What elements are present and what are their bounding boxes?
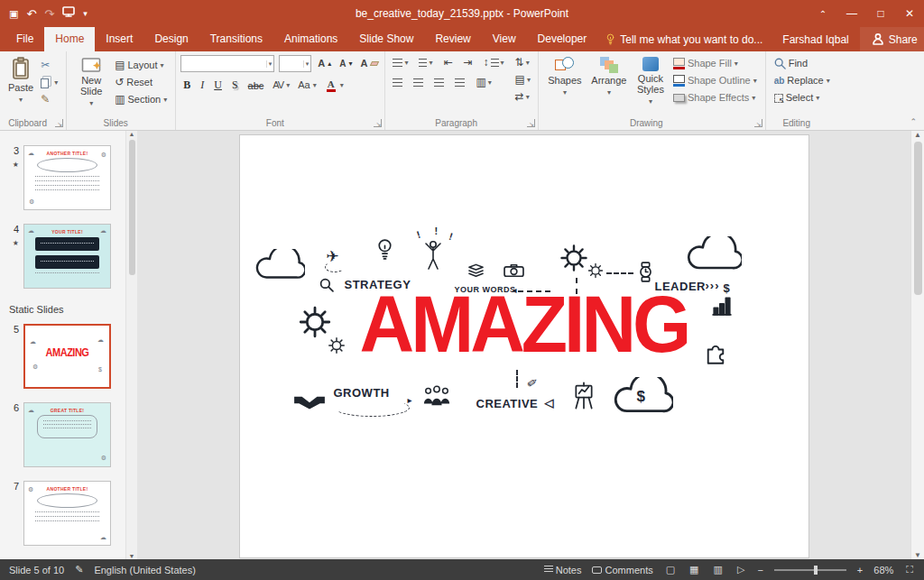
customize-qat-icon[interactable]: ▾: [83, 9, 88, 18]
tab-review[interactable]: Review: [424, 27, 481, 51]
align-right-button[interactable]: [431, 78, 447, 87]
zoom-level[interactable]: 68%: [873, 565, 893, 575]
slide-5-thumbnail[interactable]: AMAZING ☁ ☁ ⚙ $: [23, 324, 111, 389]
scroll-down-icon[interactable]: ▼: [129, 553, 135, 559]
section-header[interactable]: Static Slides: [0, 302, 125, 324]
strikethrough-button[interactable]: abc: [245, 79, 267, 92]
change-case-button[interactable]: Aa▾: [296, 78, 318, 92]
clear-formatting-button[interactable]: A: [358, 57, 380, 70]
decrease-font-size-button[interactable]: A▾: [337, 57, 354, 70]
zoom-slider-thumb[interactable]: [814, 566, 818, 575]
align-text-button[interactable]: ▤▾: [513, 72, 533, 87]
notes-toggle[interactable]: Notes: [544, 565, 582, 575]
tab-animations[interactable]: Animations: [273, 27, 348, 51]
layout-button[interactable]: ▤Layout▾: [113, 59, 169, 72]
cut-button[interactable]: ✂: [39, 59, 60, 72]
paragraph-dialog-launcher[interactable]: [527, 119, 535, 127]
undo-icon[interactable]: ↶: [26, 7, 36, 21]
convert-to-smartart-button[interactable]: ⇄▾: [513, 89, 533, 104]
slide-3-thumbnail[interactable]: ANOTHER TITLE! ☁ ⚙ ⚙: [23, 145, 111, 210]
canvas-scrollbar[interactable]: ▲ ▼: [910, 131, 924, 559]
increase-indent-button[interactable]: ⇥: [460, 55, 475, 69]
shapes-button[interactable]: Shapes ▾: [543, 55, 587, 100]
font-size-combo[interactable]: ▾: [279, 55, 311, 72]
comments-toggle[interactable]: Comments: [592, 565, 652, 575]
headline-wordart[interactable]: AMAZING: [332, 287, 716, 363]
copy-button[interactable]: ▾: [39, 76, 60, 89]
decrease-indent-button[interactable]: ⇤: [440, 55, 455, 69]
format-painter-button[interactable]: ✎: [39, 93, 60, 106]
maximize-button[interactable]: □: [866, 0, 895, 27]
shape-fill-button[interactable]: Shape Fill▾: [671, 57, 759, 70]
ribbon-display-options-icon[interactable]: ⌃: [808, 0, 837, 27]
character-spacing-button[interactable]: AV▾: [271, 78, 291, 92]
slide-editor[interactable]: STRATEGY ✈ ! ! ! YOUR WORDS ◂: [240, 135, 808, 557]
normal-view-icon[interactable]: ▢: [664, 564, 677, 575]
scrollbar-thumb[interactable]: [914, 142, 922, 295]
quick-styles-button[interactable]: Quick Styles ▾: [632, 55, 670, 109]
close-button[interactable]: ✕: [895, 0, 924, 27]
fit-to-window-icon[interactable]: ⛶: [904, 564, 915, 575]
font-name-combo[interactable]: ▾: [180, 55, 274, 72]
bullets-button[interactable]: ▾: [390, 58, 411, 68]
shape-effects-button[interactable]: Shape Effects▾: [671, 91, 759, 105]
minimize-button[interactable]: —: [837, 0, 866, 27]
paste-button[interactable]: Paste ▾: [5, 55, 37, 107]
reset-button[interactable]: ↺Reset: [113, 76, 169, 89]
shape-outline-button[interactable]: Shape Outline▾: [671, 74, 759, 87]
tab-slide-show[interactable]: Slide Show: [348, 27, 424, 51]
italic-button[interactable]: I: [198, 78, 207, 93]
font-dialog-launcher[interactable]: [374, 119, 382, 127]
clipboard-dialog-launcher[interactable]: [55, 119, 63, 127]
zoom-in-icon[interactable]: +: [857, 565, 863, 575]
panel-scrollbar[interactable]: ▲ ▼: [125, 131, 137, 559]
language-indicator[interactable]: English (United States): [94, 565, 196, 575]
chevron-down-icon[interactable]: ▾: [303, 60, 310, 68]
tab-design[interactable]: Design: [143, 27, 199, 51]
scroll-down-icon[interactable]: ▼: [914, 551, 921, 559]
tab-file[interactable]: File: [5, 27, 44, 51]
share-button[interactable]: Share: [860, 27, 924, 51]
scroll-up-icon[interactable]: ▲: [914, 131, 921, 139]
tab-home[interactable]: Home: [44, 27, 95, 51]
text-shadow-button[interactable]: S: [229, 78, 241, 93]
redo-icon[interactable]: ↷: [44, 7, 54, 21]
slideshow-view-icon[interactable]: ▷: [735, 564, 746, 575]
tab-view[interactable]: View: [482, 27, 527, 51]
line-spacing-button[interactable]: ↕▾: [481, 55, 507, 69]
align-center-button[interactable]: [411, 78, 426, 87]
reading-view-icon[interactable]: ▥: [712, 564, 725, 575]
tab-insert[interactable]: Insert: [95, 27, 143, 51]
scrollbar-thumb[interactable]: [129, 140, 135, 275]
slide-indicator[interactable]: Slide 5 of 10: [9, 565, 64, 575]
section-button[interactable]: ▥Section▾: [113, 93, 169, 106]
chevron-down-icon[interactable]: ▾: [266, 60, 273, 68]
numbering-button[interactable]: ▾: [416, 58, 435, 68]
underline-button[interactable]: U: [211, 78, 225, 93]
bold-button[interactable]: B: [180, 78, 193, 93]
scroll-up-icon[interactable]: ▲: [129, 131, 135, 137]
tab-transitions[interactable]: Transitions: [199, 27, 273, 51]
slide-sorter-view-icon[interactable]: ▦: [688, 564, 700, 575]
slide-6-thumbnail[interactable]: GREAT TITLE! ☁ ⚙: [23, 402, 111, 467]
text-direction-button[interactable]: ⇅▾: [513, 55, 533, 69]
arrange-button[interactable]: Arrange ▾: [587, 55, 632, 100]
account-name[interactable]: Farshad Iqbal: [772, 27, 859, 51]
zoom-out-icon[interactable]: −: [757, 565, 762, 575]
paste-dropdown-icon[interactable]: ▾: [19, 95, 23, 106]
zoom-slider[interactable]: [774, 569, 846, 571]
new-slide-button[interactable]: New Slide ▾: [71, 55, 111, 111]
justify-button[interactable]: [452, 78, 467, 87]
columns-button[interactable]: ▥▾: [473, 75, 494, 89]
slide-4-thumbnail[interactable]: YOUR TITLE! ☁ ☁: [23, 224, 111, 289]
tell-me-box[interactable]: Tell me what you want to do...: [597, 27, 772, 51]
tab-developer[interactable]: Developer: [527, 27, 598, 51]
font-color-button[interactable]: A▾: [323, 77, 346, 94]
save-icon[interactable]: ▣: [9, 8, 18, 20]
find-button[interactable]: Find: [772, 57, 832, 70]
increase-font-size-button[interactable]: A▴: [316, 57, 333, 70]
start-slideshow-icon[interactable]: [62, 6, 75, 21]
drawing-dialog-launcher[interactable]: [754, 119, 762, 127]
align-left-button[interactable]: [390, 78, 405, 87]
slide-7-thumbnail[interactable]: ANOTHER TITLE! ⚙ ☁: [23, 481, 111, 546]
